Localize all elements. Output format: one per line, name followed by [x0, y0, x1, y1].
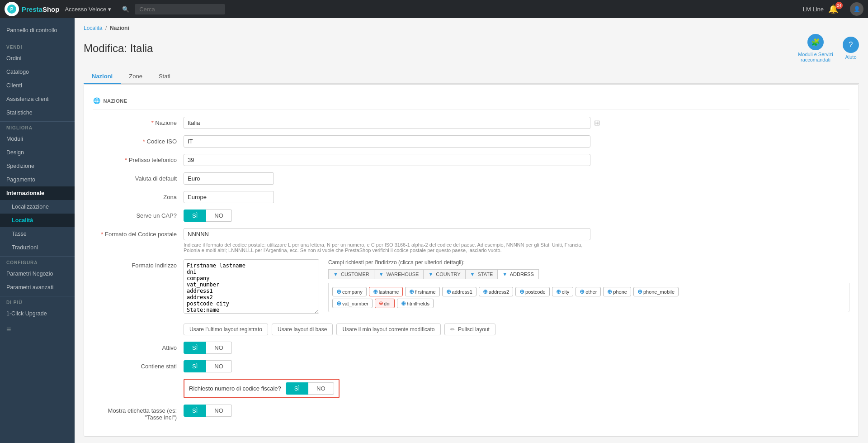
tag-firstname[interactable]: ⊕firstname — [405, 287, 439, 296]
toggle-no-stati[interactable]: NO — [206, 360, 232, 372]
toggle-no-attivo[interactable]: NO — [206, 342, 232, 354]
select-valuta[interactable]: Euro — [184, 172, 274, 185]
tag-city[interactable]: ⊕city — [552, 287, 574, 296]
help-action-btn[interactable]: ? Aiuto — [843, 37, 859, 60]
sidebar-item-pagamento[interactable]: Pagamento — [0, 173, 75, 186]
label-prefisso: Prefisso telefonico — [93, 154, 184, 163]
modules-label: Moduli e Servizi raccomandati — [795, 52, 836, 62]
sidebar-item-ordini[interactable]: Ordini — [0, 52, 75, 65]
tag-vat-number[interactable]: ⊕vat_number — [332, 299, 373, 308]
sidebar: Pannello di controllo VENDI Ordini Catal… — [0, 18, 75, 443]
formato-cp-hint: Indicare il formato del codice postale: … — [184, 242, 590, 253]
toggle-no-fiscale[interactable]: NO — [308, 382, 334, 395]
tag-dni[interactable]: ⊖dni — [375, 299, 395, 308]
sidebar-item-assistenza[interactable]: Assistenza clienti — [0, 92, 75, 106]
sidebar-item-localita[interactable]: Località — [0, 214, 75, 227]
tag-area-row1: ⊕company ⊕lastname ⊕firstname ⊕address1 … — [332, 287, 845, 296]
addr-tab-state[interactable]: ▼ STATE — [465, 269, 498, 279]
top-navbar: P PrestaShop Accesso Veloce ▾ 🔍 LM Line … — [0, 0, 868, 18]
campi-richiesti-label: Campi richiesti per l'indirizzo (clicca … — [328, 259, 849, 266]
sidebar-item-tasse[interactable]: Tasse — [0, 227, 75, 241]
tab-nazioni[interactable]: Nazioni — [84, 69, 121, 84]
help-icon: ? — [843, 37, 859, 53]
search-btn[interactable]: 🔍 — [117, 0, 135, 18]
avatar[interactable]: 👤 — [850, 2, 863, 16]
plus-icon: ⊕ — [483, 288, 488, 295]
tag-phone[interactable]: ⊕phone — [603, 287, 631, 296]
sidebar-item-parametri-negozio[interactable]: Parametri Negozio — [0, 267, 75, 281]
search-input[interactable] — [135, 4, 225, 14]
input-codice-iso[interactable] — [184, 135, 590, 148]
toggle-si-fiscale[interactable]: SÌ — [286, 382, 308, 395]
btn-ultimo-layout[interactable]: Usare l'ultimo layout registrato — [184, 324, 268, 335]
btn-layout-corrente[interactable]: Usare il mio layout corrente modificato — [336, 324, 440, 335]
btn-layout-base[interactable]: Usare layout di base — [272, 324, 333, 335]
layout-btns: Usare l'ultimo layout registrato Usare l… — [184, 324, 495, 335]
input-nazione[interactable] — [184, 117, 590, 129]
plus-icon: ⊕ — [556, 288, 561, 295]
row-mostra-tasse: Mostra etichetta tasse (es: "Tasse incl"… — [93, 405, 849, 421]
label-nazione: Nazione — [93, 117, 184, 126]
row-attivo: Attivo SÌ NO — [93, 342, 849, 354]
sidebar-item-parametri-avanzati[interactable]: Parametri avanzati — [0, 281, 75, 294]
addr-tab-customer[interactable]: ▼ CUSTOMER — [328, 269, 374, 279]
toggle-si-cap[interactable]: SÌ — [184, 210, 206, 222]
tag-phone-mobile[interactable]: ⊕phone_mobile — [633, 287, 679, 296]
sidebar-toggle[interactable]: ≡ — [0, 320, 75, 339]
logo-icon: P — [5, 2, 19, 16]
sidebar-item-moduli[interactable]: Moduli — [0, 132, 75, 146]
sidebar-item-upgrade[interactable]: 1-Click Upgrade — [0, 307, 75, 320]
sidebar-section-vendi: VENDI — [0, 43, 75, 52]
notification-badge: 24 — [835, 2, 843, 9]
sidebar-item-traduzioni[interactable]: Traduzioni — [0, 241, 75, 254]
sidebar-section-pannello: Pannello di controllo — [0, 18, 75, 39]
notifications[interactable]: 🔔 24 — [828, 4, 845, 14]
addr-tab-address[interactable]: ▼ ADDRESS — [497, 269, 539, 279]
row-contiene-stati: Contiene stati SÌ NO — [93, 360, 849, 372]
input-prefisso[interactable] — [184, 154, 590, 166]
btn-pulisci-layout[interactable]: ✏ Pulisci layout — [444, 324, 495, 335]
tag-address1[interactable]: ⊕address1 — [442, 287, 476, 296]
tag-address2[interactable]: ⊕address2 — [479, 287, 513, 296]
input-formato-cp[interactable] — [184, 228, 590, 240]
toggle-attivo: SÌ NO — [184, 342, 232, 354]
toggle-no-tasse[interactable]: NO — [206, 405, 232, 417]
breadcrumb: Località / Nazioni — [84, 25, 859, 31]
sidebar-item-clienti[interactable]: Clienti — [0, 79, 75, 92]
sidebar-item-localizzazione[interactable]: Localizzazione — [0, 200, 75, 214]
sidebar-item-design[interactable]: Design — [0, 146, 75, 159]
modules-action-btn[interactable]: 🧩 Moduli e Servizi raccomandati — [795, 34, 836, 62]
row-serve-cap: Serve un CAP? SÌ NO — [93, 210, 849, 222]
breadcrumb-localita[interactable]: Località — [84, 25, 102, 31]
addr-tab-warehouse[interactable]: ▼ WAREHOUSE — [374, 269, 424, 279]
tag-other[interactable]: ⊕other — [576, 287, 601, 296]
page-header: Modifica: Italia 🧩 Moduli e Servizi racc… — [84, 34, 859, 62]
sidebar-item-statistiche[interactable]: Statistiche — [0, 106, 75, 119]
sidebar-item-pannello[interactable]: Pannello di controllo — [0, 24, 75, 37]
row-layout-btns: Usare l'ultimo layout registrato Usare l… — [93, 320, 849, 335]
tag-htmlfields[interactable]: ⊕htmlFields — [397, 299, 434, 308]
toggle-serve-cap: SÌ NO — [184, 210, 232, 222]
tab-zone[interactable]: Zone — [121, 69, 151, 84]
sidebar-item-internazionale[interactable]: Internazionale — [0, 186, 75, 200]
toggle-si-attivo[interactable]: SÌ — [184, 342, 206, 354]
toggle-si-stati[interactable]: SÌ — [184, 360, 206, 372]
toggle-si-tasse[interactable]: SÌ — [184, 405, 206, 417]
label-serve-cap: Serve un CAP? — [93, 210, 184, 219]
section-header: 🌐 NAZIONE — [93, 94, 849, 110]
sidebar-item-spedizione[interactable]: Spedizione — [0, 159, 75, 173]
sidebar-item-catalogo[interactable]: Catalogo — [0, 65, 75, 79]
section-title: NAZIONE — [104, 98, 127, 104]
accesso-veloce-btn[interactable]: Accesso Veloce ▾ — [59, 0, 117, 18]
toggle-no-cap[interactable]: NO — [206, 210, 232, 222]
plus-icon: ⊕ — [409, 288, 414, 295]
select-zona[interactable]: Europe — [184, 191, 274, 203]
addr-tab-country[interactable]: ▼ COUNTRY — [423, 269, 465, 279]
format-textarea[interactable]: Firstname lastname dni company vat_numbe… — [184, 259, 319, 314]
tag-lastname[interactable]: ⊕lastname — [369, 287, 403, 296]
tag-company[interactable]: ⊕company — [332, 287, 367, 296]
label-valuta: Valuta di default — [93, 172, 184, 182]
tag-postcode[interactable]: ⊕postcode — [515, 287, 550, 296]
tab-stati[interactable]: Stati — [151, 69, 179, 84]
label-zona: Zona — [93, 191, 184, 200]
